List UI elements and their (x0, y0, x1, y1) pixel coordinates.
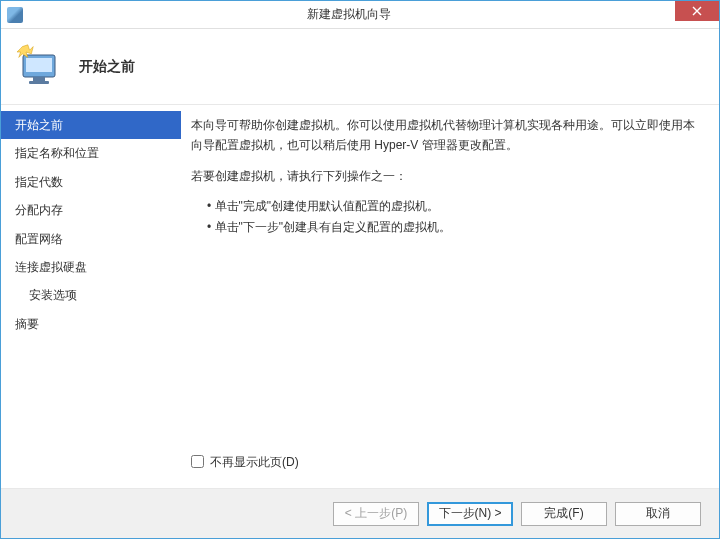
svg-rect-2 (33, 77, 45, 81)
finish-button[interactable]: 完成(F) (521, 502, 607, 526)
next-button[interactable]: 下一步(N) > (427, 502, 513, 526)
wizard-footer: < 上一步(P) 下一步(N) > 完成(F) 取消 (1, 488, 719, 538)
sidebar-item-summary[interactable]: 摘要 (1, 310, 181, 338)
bullet-list: 单击"完成"创建使用默认值配置的虚拟机。 单击"下一步"创建具有自定义配置的虚拟… (207, 196, 699, 237)
wizard-header: 开始之前 (1, 29, 719, 104)
bullet-next: 单击"下一步"创建具有自定义配置的虚拟机。 (207, 217, 699, 237)
previous-button: < 上一步(P) (333, 502, 419, 526)
dont-show-again-row[interactable]: 不再显示此页(D) (191, 452, 699, 472)
wizard-steps-sidebar: 开始之前 指定名称和位置 指定代数 分配内存 配置网络 连接虚拟硬盘 安装选项 … (1, 105, 181, 488)
sidebar-item-vhd[interactable]: 连接虚拟硬盘 (1, 253, 181, 281)
sidebar-item-before-begin[interactable]: 开始之前 (1, 111, 181, 139)
vm-wizard-icon (15, 43, 63, 91)
sidebar-item-generation[interactable]: 指定代数 (1, 168, 181, 196)
sidebar-item-install-options[interactable]: 安装选项 (1, 281, 181, 309)
dont-show-again-checkbox[interactable] (191, 455, 204, 468)
cancel-button[interactable]: 取消 (615, 502, 701, 526)
app-icon (7, 7, 23, 23)
titlebar: 新建虚拟机向导 (1, 1, 719, 29)
svg-rect-1 (26, 58, 52, 72)
close-icon (692, 6, 702, 16)
svg-rect-3 (29, 81, 49, 84)
sidebar-item-memory[interactable]: 分配内存 (1, 196, 181, 224)
close-button[interactable] (675, 1, 719, 21)
wizard-content: 本向导可帮助你创建虚拟机。你可以使用虚拟机代替物理计算机实现各种用途。可以立即使… (181, 105, 719, 488)
wizard-body: 开始之前 指定名称和位置 指定代数 分配内存 配置网络 连接虚拟硬盘 安装选项 … (1, 104, 719, 488)
intro-text: 本向导可帮助你创建虚拟机。你可以使用虚拟机代替物理计算机实现各种用途。可以立即使… (191, 115, 699, 156)
sidebar-item-network[interactable]: 配置网络 (1, 225, 181, 253)
page-title: 开始之前 (79, 58, 135, 76)
prompt-text: 若要创建虚拟机，请执行下列操作之一： (191, 166, 699, 186)
dont-show-again-label: 不再显示此页(D) (210, 452, 299, 472)
bullet-finish: 单击"完成"创建使用默认值配置的虚拟机。 (207, 196, 699, 216)
sidebar-item-name-location[interactable]: 指定名称和位置 (1, 139, 181, 167)
window-title: 新建虚拟机向导 (23, 6, 675, 23)
wizard-window: 新建虚拟机向导 开始之前 开始之前 指定名称和位置 指定代数 分配内存 配置网络… (0, 0, 720, 539)
